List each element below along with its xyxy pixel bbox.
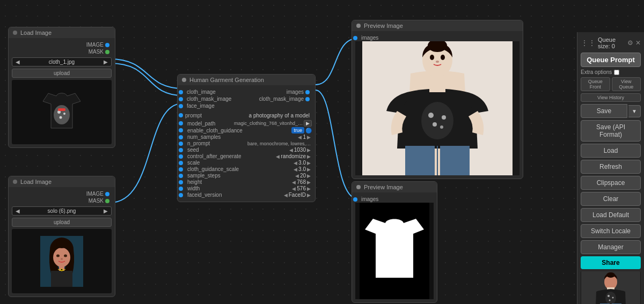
image-prev-2[interactable]: ◀ bbox=[14, 208, 21, 214]
load-default-button[interactable]: Load Default bbox=[581, 208, 641, 222]
seed-dot[interactable] bbox=[179, 148, 183, 152]
manager-button[interactable]: Manager bbox=[581, 240, 641, 254]
save-button[interactable]: Save bbox=[581, 104, 627, 118]
image-prev-1[interactable]: ◀ bbox=[14, 59, 21, 65]
scale-prev[interactable]: ◀ bbox=[292, 160, 298, 166]
right-panel: ⋮⋮ Queue size: 0 ⚙ ✕ Queue Prompt Extra … bbox=[577, 32, 644, 304]
preview-1-port-dot[interactable] bbox=[353, 36, 357, 40]
upload-btn-1[interactable]: upload bbox=[12, 69, 112, 78]
height-next[interactable]: ▶ bbox=[306, 180, 312, 185]
view-history-button[interactable]: View History bbox=[581, 93, 641, 102]
height-dot[interactable] bbox=[179, 180, 183, 184]
image-selector-2: ◀ solo (6).png ▶ bbox=[12, 206, 112, 216]
num-samples-dot[interactable] bbox=[179, 135, 183, 139]
load-image-title-2: Load Image bbox=[9, 176, 115, 187]
width-prev[interactable]: ◀ bbox=[291, 186, 297, 191]
model-path-btn[interactable]: ▶ bbox=[304, 120, 312, 127]
face-image-dot[interactable] bbox=[179, 104, 183, 108]
images-out-port[interactable]: images bbox=[257, 88, 312, 95]
sample-steps-value: 20 bbox=[300, 173, 306, 179]
svg-point-8 bbox=[56, 254, 60, 257]
prompt-port-dot[interactable] bbox=[179, 113, 183, 117]
model-path-dot[interactable] bbox=[179, 121, 183, 125]
control-after-value: randomize bbox=[281, 153, 306, 159]
control-after-prev[interactable]: ◀ bbox=[275, 154, 281, 159]
sample-steps-prev[interactable]: ◀ bbox=[294, 173, 300, 179]
num-samples-prev[interactable]: ◀ bbox=[297, 135, 303, 140]
control-after-label: control_after_generate bbox=[185, 153, 275, 159]
clear-button[interactable]: Clear bbox=[581, 192, 641, 206]
param-num-samples: num_samples ◀ 1 ▶ bbox=[181, 134, 312, 140]
panel-thumbnail bbox=[581, 271, 641, 304]
tshirt-svg bbox=[40, 88, 83, 136]
load-image-title-1: Load Image bbox=[9, 27, 115, 38]
settings-icon[interactable]: ⚙ bbox=[627, 39, 633, 47]
queue-prompt-button[interactable]: Queue Prompt bbox=[581, 53, 641, 67]
svg-point-21 bbox=[440, 125, 443, 129]
cloth-image-dot[interactable] bbox=[179, 90, 183, 94]
seed-label: seed bbox=[185, 147, 288, 153]
width-value: 576 bbox=[297, 186, 306, 191]
seed-prev[interactable]: ◀ bbox=[288, 147, 294, 153]
cloth-mask-out-dot[interactable] bbox=[305, 97, 310, 101]
share-button[interactable]: Share bbox=[581, 256, 641, 269]
face-image-port[interactable]: face_image bbox=[181, 102, 231, 109]
cloth-scale-prev[interactable]: ◀ bbox=[292, 167, 298, 172]
mask-port-dot-2[interactable] bbox=[105, 199, 109, 203]
faceid-next[interactable]: ▶ bbox=[306, 192, 312, 198]
cloth-mask-port[interactable]: cloth_mask_image bbox=[181, 95, 231, 102]
faceid-prev[interactable]: ◀ bbox=[283, 192, 289, 198]
close-icon[interactable]: ✕ bbox=[635, 39, 641, 47]
preview-1-title: Preview Image bbox=[352, 20, 523, 31]
scale-dot[interactable] bbox=[179, 161, 183, 165]
queue-front-button[interactable]: Queue Front bbox=[581, 77, 610, 91]
sample-steps-label: sample_steps bbox=[185, 173, 294, 179]
preview-2-port-dot[interactable] bbox=[353, 197, 357, 202]
cloth-guidance-dot[interactable] bbox=[179, 128, 183, 132]
save-dropdown-button[interactable]: ▼ bbox=[628, 105, 641, 117]
cloth-scale-next[interactable]: ▶ bbox=[306, 167, 312, 172]
svg-point-37 bbox=[608, 295, 610, 297]
n-prompt-value: bare, monochrome, lowres, bad bbox=[247, 141, 312, 146]
cloth-guidance-toggle[interactable]: true bbox=[291, 127, 304, 134]
preview-1-port[interactable]: images bbox=[355, 34, 519, 41]
param-n-prompt: n_prompt bare, monochrome, lowres, bad bbox=[181, 140, 312, 146]
cloth-scale-dot[interactable] bbox=[179, 167, 183, 172]
image-next-1[interactable]: ▶ bbox=[103, 59, 109, 65]
svg-point-19 bbox=[442, 115, 446, 120]
control-after-dot[interactable] bbox=[179, 154, 183, 159]
refresh-button[interactable]: Refresh bbox=[581, 160, 641, 174]
sample-steps-next[interactable]: ▶ bbox=[306, 173, 312, 179]
image-port-dot-2[interactable] bbox=[105, 192, 109, 196]
preview-2-svg bbox=[360, 203, 429, 299]
save-api-format-button[interactable]: Save (API Format) bbox=[581, 120, 641, 142]
cloth-mask-dot[interactable] bbox=[179, 97, 183, 101]
width-next[interactable]: ▶ bbox=[306, 186, 312, 191]
cloth-mask-out-port[interactable]: cloth_mask_image bbox=[257, 95, 312, 102]
num-samples-next[interactable]: ▶ bbox=[306, 135, 312, 140]
cloth-image-port[interactable]: cloth_image bbox=[181, 88, 231, 95]
image-next-2[interactable]: ▶ bbox=[103, 208, 109, 214]
seed-next[interactable]: ▶ bbox=[306, 147, 312, 153]
load-button[interactable]: Load bbox=[581, 144, 641, 158]
upload-btn-2[interactable]: upload bbox=[12, 218, 112, 227]
preview-2-port[interactable]: images bbox=[355, 196, 434, 203]
sample-steps-dot[interactable] bbox=[179, 174, 183, 178]
height-prev[interactable]: ◀ bbox=[291, 180, 297, 185]
width-dot[interactable] bbox=[179, 187, 183, 191]
extra-options-checkbox[interactable] bbox=[614, 70, 619, 75]
scale-next[interactable]: ▶ bbox=[306, 160, 312, 166]
image-port-dot-1[interactable] bbox=[105, 43, 109, 47]
switch-locale-button[interactable]: Switch Locale bbox=[581, 224, 641, 238]
faceid-dot[interactable] bbox=[179, 193, 183, 197]
images-out-dot[interactable] bbox=[305, 90, 310, 94]
svg-point-18 bbox=[428, 113, 434, 118]
n-prompt-dot[interactable] bbox=[179, 142, 183, 146]
num-samples-label: num_samples bbox=[185, 134, 297, 140]
clipspace-button[interactable]: Clipspace bbox=[581, 176, 641, 190]
control-after-next[interactable]: ▶ bbox=[306, 154, 312, 159]
view-queue-button[interactable]: View Queue bbox=[612, 77, 641, 91]
mask-port-dot-1[interactable] bbox=[105, 50, 109, 54]
load-image-node-1: Load Image IMAGE MASK ◀ cloth_1.jpg ▶ up… bbox=[8, 27, 115, 148]
param-model-path: model_path magic_clothing_768_vitonhd_jo… bbox=[181, 120, 312, 127]
